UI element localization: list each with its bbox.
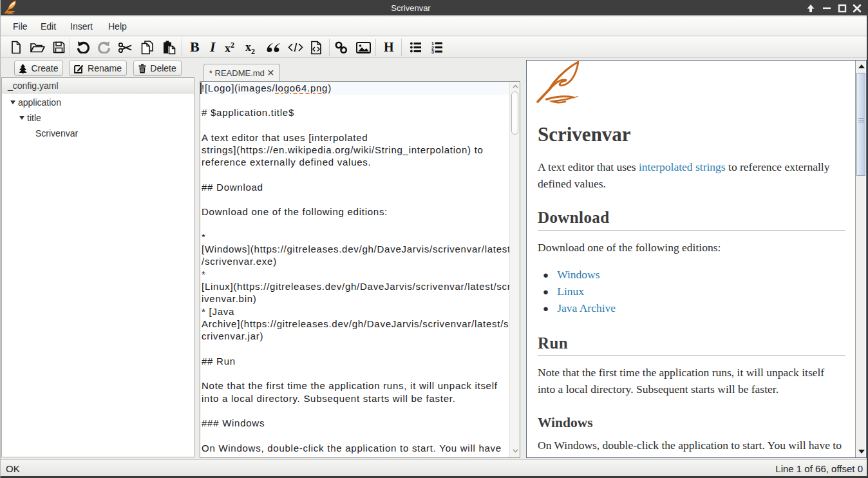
svg-text:3: 3 <box>431 50 434 53</box>
